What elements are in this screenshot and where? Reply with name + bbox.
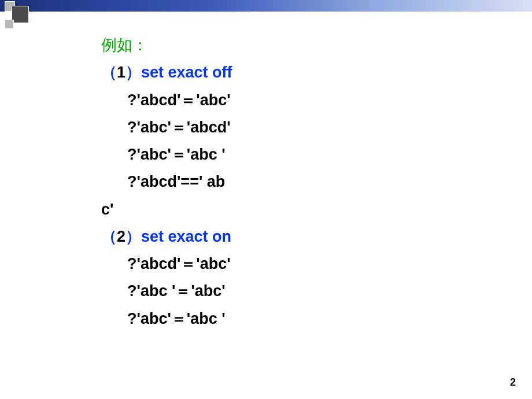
- code-line-wrap: c': [101, 196, 532, 223]
- page-number: 2: [510, 376, 516, 389]
- section-1-header: （1）set exact off: [101, 59, 532, 86]
- header-gradient-bar: [0, 0, 532, 12]
- slide-content: 例如： （1）set exact off ?'abcd'＝'abc' ?'abc…: [0, 12, 532, 332]
- command-text: set exact on: [141, 228, 231, 245]
- code-line: ?'abcd'==' ab: [101, 168, 532, 195]
- code-line: ?'abc'＝'abc ': [101, 141, 532, 168]
- command-text: set exact off: [141, 64, 232, 81]
- example-label: 例如：: [101, 32, 532, 59]
- code-line: ?'abcd'＝'abc': [101, 250, 532, 278]
- code-line: ?'abcd'＝'abc': [101, 87, 532, 114]
- code-line: ?'abc'＝'abcd': [101, 114, 532, 141]
- section-2-header: （2）set exact on: [101, 223, 532, 250]
- code-line: ?'abc '＝'abc': [101, 278, 532, 305]
- code-line: ?'abc'＝'abc ': [101, 305, 532, 332]
